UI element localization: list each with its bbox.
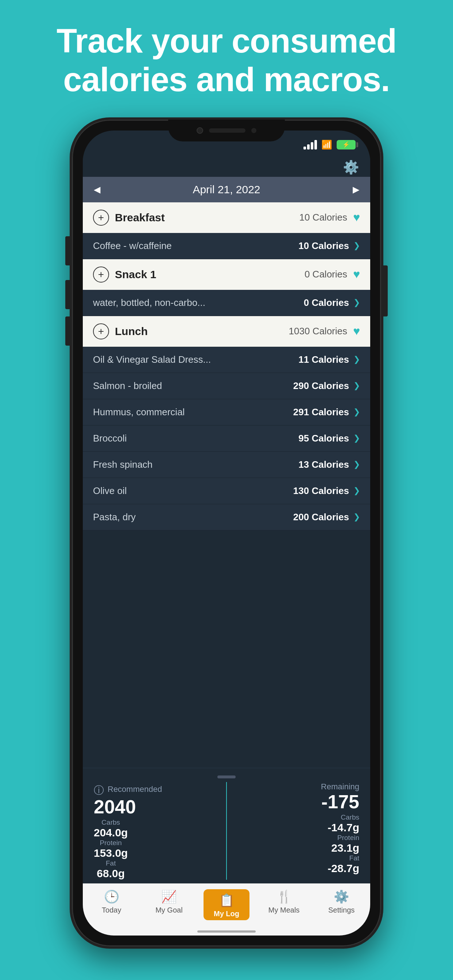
prev-date-button[interactable]: ◀	[94, 185, 100, 195]
summary-bar: ⓘ Recommended 2040 Carbs 204.0g Protein …	[83, 768, 370, 883]
speaker	[209, 128, 246, 133]
settings-label: Settings	[328, 906, 354, 915]
food-name: Salmon - broiled	[93, 380, 293, 391]
food-detail-arrow: ❯	[353, 460, 360, 469]
front-camera	[196, 127, 203, 134]
food-detail-arrow: ❯	[353, 512, 360, 522]
gear-icon[interactable]: ⚙️	[343, 160, 359, 175]
mygoal-label: My Goal	[155, 906, 182, 915]
recommended-carbs: 204.0g	[94, 827, 128, 839]
mygoal-icon: 📈	[161, 889, 177, 904]
settings-nav-icon: ⚙️	[334, 889, 349, 904]
recommended-protein: 153.0g	[94, 847, 128, 859]
lunch-favorite-icon[interactable]: ♥	[353, 325, 360, 338]
food-calories: 11 Calories	[298, 354, 349, 365]
snack-header[interactable]: + Snack 1 0 Calories ♥	[83, 259, 370, 290]
remaining-carbs-label: Carbs	[341, 813, 359, 821]
food-calories: 10 Calories	[298, 240, 349, 251]
today-icon: 🕒	[104, 889, 119, 904]
food-item[interactable]: Oil & Vinegar Salad Dress... 11 Calories…	[83, 347, 370, 373]
food-calories: 290 Calories	[293, 380, 349, 391]
nav-item-settings[interactable]: ⚙️ Settings	[313, 889, 370, 920]
food-item[interactable]: Broccoli 95 Calories ❯	[83, 425, 370, 452]
food-item[interactable]: water, bottled, non-carbo... 0 Calories …	[83, 290, 370, 316]
breakfast-favorite-icon[interactable]: ♥	[353, 211, 360, 224]
remaining-label: Remaining	[321, 782, 359, 792]
notch	[168, 119, 285, 142]
recommended-label: Recommended	[108, 784, 162, 794]
remaining-fat-label: Fat	[349, 854, 359, 862]
food-detail-arrow: ❯	[353, 241, 360, 250]
mylog-icon: 📋	[219, 893, 234, 907]
food-detail-arrow: ❯	[353, 433, 360, 443]
lunch-name: Lunch	[115, 325, 289, 337]
signal-icon	[303, 140, 317, 150]
food-item[interactable]: Hummus, commercial 291 Calories ❯	[83, 399, 370, 425]
food-name: Coffee - w/caffeine	[93, 240, 298, 251]
food-name: Oil & Vinegar Salad Dress...	[93, 354, 298, 365]
nav-item-mylog[interactable]: 📋 My Log	[198, 889, 255, 920]
mymeals-label: My Meals	[268, 906, 300, 915]
food-item[interactable]: Pasta, dry 200 Calories ❯	[83, 504, 370, 530]
settings-header: ⚙️	[83, 156, 370, 177]
mymeals-icon: 🍴	[276, 889, 292, 904]
summary-divider	[94, 775, 359, 778]
food-calories: 13 Calories	[298, 459, 349, 470]
food-calories: 130 Calories	[293, 485, 349, 496]
food-name: Pasta, dry	[93, 512, 293, 523]
snack-calories: 0 Calories	[305, 269, 347, 280]
phone-screen: 📶 ⚡ ⚙️ ◀ April 21, 2022 ▶	[83, 130, 370, 935]
carbs-label: Carbs	[101, 818, 120, 827]
remaining-macros: Carbs -14.7g Protein 23.1g Fat -28.7g	[327, 813, 359, 875]
mylog-label: My Log	[214, 910, 239, 918]
battery-icon: ⚡	[337, 140, 356, 150]
current-date: April 21, 2022	[193, 183, 260, 196]
app-content: ⚙️ ◀ April 21, 2022 ▶ + Breakfast	[83, 156, 370, 935]
breakfast-calories: 10 Calories	[299, 212, 347, 223]
phone-frame: 📶 ⚡ ⚙️ ◀ April 21, 2022 ▶	[70, 118, 383, 949]
hero-text: Track your consumed calories and macros.	[0, 0, 453, 114]
nav-item-today[interactable]: 🕒 Today	[83, 889, 140, 920]
food-calories: 200 Calories	[293, 512, 349, 523]
food-detail-arrow: ❯	[353, 486, 360, 495]
breakfast-add-button[interactable]: +	[93, 210, 109, 226]
food-calories: 95 Calories	[298, 433, 349, 444]
next-date-button[interactable]: ▶	[353, 185, 359, 195]
protein-label: Protein	[100, 839, 122, 847]
food-detail-arrow: ❯	[353, 381, 360, 390]
nav-item-mymeals[interactable]: 🍴 My Meals	[255, 889, 313, 920]
bottom-nav: 🕒 Today 📈 My Goal 📋 My Log	[83, 883, 370, 928]
lunch-header[interactable]: + Lunch 1030 Calories ♥	[83, 316, 370, 347]
food-item[interactable]: Fresh spinach 13 Calories ❯	[83, 452, 370, 478]
snack-favorite-icon[interactable]: ♥	[353, 267, 360, 281]
remaining-protein: 23.1g	[331, 842, 359, 854]
date-navigation: ◀ April 21, 2022 ▶	[83, 177, 370, 202]
food-item[interactable]: Salmon - broiled 290 Calories ❯	[83, 373, 370, 399]
food-item[interactable]: Olive oil 130 Calories ❯	[83, 478, 370, 504]
breakfast-header[interactable]: + Breakfast 10 Calories ♥	[83, 202, 370, 233]
remaining-calories: -175	[321, 792, 359, 811]
nav-item-mygoal[interactable]: 📈 My Goal	[140, 889, 198, 920]
recommended-macros: Carbs 204.0g Protein 153.0g Fat 68.0g	[94, 818, 128, 880]
home-indicator	[83, 928, 370, 935]
food-name: water, bottled, non-carbo...	[93, 297, 304, 309]
food-item[interactable]: Coffee - w/caffeine 10 Calories ❯	[83, 233, 370, 259]
phone-wrapper: 📶 ⚡ ⚙️ ◀ April 21, 2022 ▶	[0, 114, 453, 949]
snack-name: Snack 1	[115, 268, 305, 281]
breakfast-name: Breakfast	[115, 212, 299, 224]
sensor	[251, 128, 257, 133]
lunch-calories: 1030 Calories	[289, 326, 347, 337]
food-detail-arrow: ❯	[353, 355, 360, 364]
summary-row: ⓘ Recommended 2040 Carbs 204.0g Protein …	[94, 782, 359, 880]
info-icon[interactable]: ⓘ	[94, 783, 104, 797]
meals-scroll: + Breakfast 10 Calories ♥ Coffee - w/caf…	[83, 202, 370, 768]
food-detail-arrow: ❯	[353, 407, 360, 417]
lunch-add-button[interactable]: +	[93, 323, 109, 339]
food-calories: 291 Calories	[293, 407, 349, 418]
wifi-icon: 📶	[321, 140, 332, 150]
food-name: Broccoli	[93, 433, 298, 444]
remaining-protein-label: Protein	[337, 834, 359, 842]
recommended-calories: 2040	[94, 797, 136, 816]
food-detail-arrow: ❯	[353, 298, 360, 307]
snack-add-button[interactable]: +	[93, 267, 109, 283]
